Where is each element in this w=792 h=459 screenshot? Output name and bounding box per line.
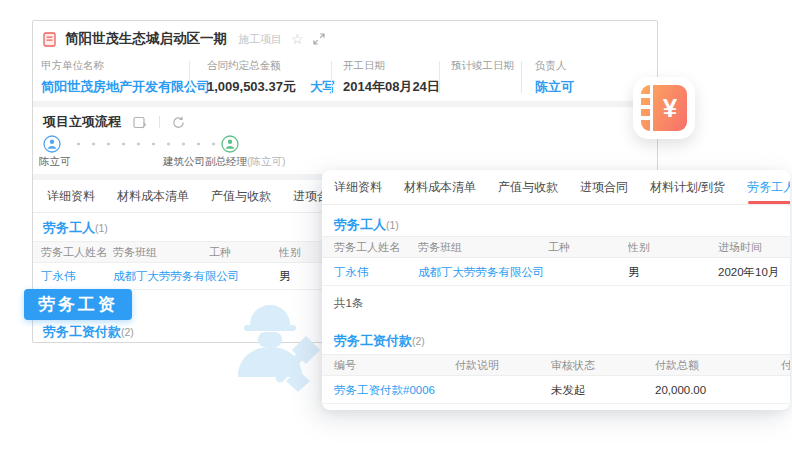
worker-name-link[interactable]: 丁永伟: [334, 264, 414, 279]
worker-name-link[interactable]: 丁永伟: [41, 269, 111, 284]
preview-icon[interactable]: [133, 116, 147, 129]
table-row: 丁永伟 成都丁大劳劳务有限公司 男 2020年10月: [322, 258, 790, 286]
column-header: 劳务工人姓名: [334, 240, 414, 255]
tab-material-plan-delivery[interactable]: 材料计划/到货: [650, 170, 725, 204]
workers-table-header: 劳务工人姓名 劳务班组 工种 性别 进场时间: [322, 236, 790, 258]
ledger-notch: [641, 94, 650, 98]
process-step-avatar[interactable]: [221, 135, 239, 157]
tab-material-cost-list[interactable]: 材料成本清单: [117, 180, 189, 212]
process-dotted-line: [71, 142, 217, 146]
divider: [331, 61, 332, 93]
record-count-summary: 共1条: [334, 296, 363, 311]
column-header: 付款说明: [455, 358, 547, 373]
tab-details[interactable]: 详细资料: [47, 180, 95, 212]
construction-worker-watermark: [220, 294, 328, 398]
column-header: 工种: [209, 245, 269, 260]
yen-ledger-card: ¥: [633, 77, 695, 139]
contract-amount-value: 1,009,503.37元: [207, 79, 296, 94]
section-divider: [33, 101, 657, 107]
section-count: (1): [95, 222, 108, 234]
yen-ledger-icon: ¥: [641, 85, 687, 131]
client-name-link[interactable]: 简阳世茂房地产开发有限公司: [41, 78, 210, 96]
divider: [189, 61, 190, 93]
field-label: 甲方单位名称: [41, 59, 210, 73]
labor-team-link[interactable]: 成都丁大劳劳务有限公司: [418, 264, 544, 279]
field-expected-completion-date: 预计竣工日期: [451, 59, 514, 78]
section-title-workers: 劳务工人(1): [334, 216, 399, 234]
project-type-label: 施工项目: [238, 32, 282, 47]
field-client-name: 甲方单位名称 简阳世茂房地产开发有限公司: [41, 59, 210, 96]
column-header: 编号: [334, 358, 452, 373]
process-step-note: (陈立可): [247, 155, 286, 167]
field-contract-amount: 合同约定总金额 1,009,503.37元大写: [207, 59, 335, 96]
process-step-name: 陈立可: [39, 155, 71, 169]
divider: [439, 61, 440, 93]
process-step-name: 建筑公司副总经理(陈立可): [163, 155, 286, 169]
column-header: 付: [781, 358, 790, 373]
tab-output-and-collection[interactable]: 产值与收款: [498, 170, 558, 204]
column-header: 劳务班组: [418, 240, 544, 255]
divider: [159, 116, 160, 128]
payments-table-header: 编号 付款说明 审核状态 付款总额 付: [322, 354, 790, 376]
labor-wage-badge: 劳务工资: [24, 289, 132, 320]
field-label: 负责人: [535, 59, 574, 73]
yen-symbol: ¥: [653, 85, 687, 131]
page-title: 简阳世茂生态城启动区一期: [65, 30, 227, 48]
start-date-value: 2014年08月24日: [343, 78, 440, 96]
section-title-wage-payment: 劳务工资付款(2): [334, 332, 425, 350]
field-label: 合同约定总金额: [207, 59, 335, 73]
tab-labor-workers[interactable]: 劳务工人: [747, 170, 790, 204]
worker-gender: 男: [628, 264, 714, 279]
column-header: 性别: [628, 240, 714, 255]
tab-incoming-contract[interactable]: 进项合同: [580, 170, 628, 204]
tab-details[interactable]: 详细资料: [334, 170, 382, 204]
manager-link[interactable]: 陈立可: [535, 78, 574, 96]
section-title-wage-payment: 劳务工资付款(2): [43, 323, 134, 341]
tab-material-cost-list[interactable]: 材料成本清单: [404, 170, 476, 204]
favorite-star-icon[interactable]: ☆: [291, 32, 304, 46]
labor-team-link[interactable]: 成都丁大劳劳务有限公司: [113, 269, 255, 284]
worker-entry-date: 2020年10月: [718, 264, 788, 279]
refresh-icon[interactable]: [172, 116, 185, 129]
column-header: 付款总额: [655, 358, 765, 373]
column-header: 工种: [548, 240, 624, 255]
column-header: 劳务工人姓名: [41, 245, 111, 260]
expand-icon[interactable]: [313, 33, 325, 45]
column-header: 进场时间: [718, 240, 788, 255]
process-section-title: 项目立项流程: [43, 113, 121, 131]
table-row: 劳务工资付款#0006 未发起 20,000.00: [322, 376, 790, 404]
labor-workers-panel: 详细资料 材料成本清单 产值与收款 进项合同 材料计划/到货 劳务工人 劳务工人…: [322, 170, 790, 410]
payment-audit-status: 未发起: [551, 382, 651, 397]
ledger-notch: [641, 105, 650, 109]
field-label: 预计竣工日期: [451, 59, 514, 73]
section-count: (2): [121, 326, 134, 338]
field-start-date: 开工日期 2014年08月24日: [343, 59, 440, 96]
ledger-notch: [641, 116, 650, 120]
document-icon: [43, 32, 56, 47]
process-section-header: 项目立项流程: [43, 113, 185, 131]
tab-output-and-collection[interactable]: 产值与收款: [211, 180, 271, 212]
process-step-avatar[interactable]: [43, 135, 61, 157]
section-count: (1): [386, 219, 399, 231]
summary-fields: 甲方单位名称 简阳世茂房地产开发有限公司 合同约定总金额 1,009,503.3…: [33, 57, 657, 101]
payment-total-amount: 20,000.00: [655, 384, 765, 396]
section-title-workers: 劳务工人(1): [43, 219, 108, 237]
column-header: 审核状态: [551, 358, 651, 373]
payment-number-link[interactable]: 劳务工资付款#0006: [334, 382, 452, 397]
divider: [521, 61, 522, 93]
front-tab-bar: 详细资料 材料成本清单 产值与收款 进项合同 材料计划/到货 劳务工人: [322, 170, 790, 205]
field-manager: 负责人 陈立可: [535, 59, 574, 96]
window-title-row: 简阳世茂生态城启动区一期 施工项目 ☆: [33, 21, 657, 57]
section-count: (2): [412, 335, 425, 347]
field-label: 开工日期: [343, 59, 440, 73]
